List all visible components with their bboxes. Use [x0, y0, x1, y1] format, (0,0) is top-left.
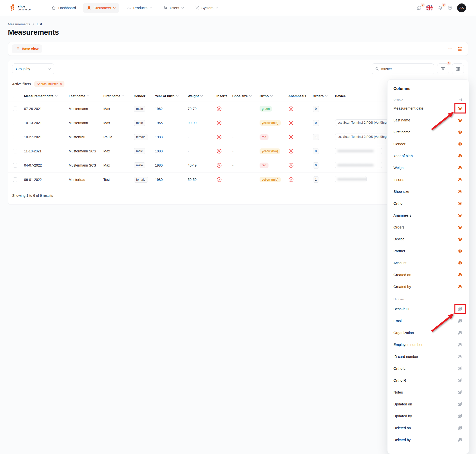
column-toggle-gender[interactable]: Gender: [393, 138, 463, 150]
sort-chevron-icon[interactable]: [122, 95, 124, 97]
row-checkbox[interactable]: [13, 149, 17, 153]
column-toggle-last-name[interactable]: Last name: [393, 114, 463, 126]
column-toggle-bestfit-id[interactable]: BestFit ID: [393, 303, 463, 315]
eye-toggle[interactable]: [457, 354, 463, 360]
annotation-highlight-box[interactable]: [457, 306, 463, 312]
column-header-ortho[interactable]: Ortho: [258, 94, 286, 98]
brand-logo[interactable]: shoe commerce: [10, 4, 30, 11]
eye-toggle[interactable]: [457, 248, 463, 254]
column-header-anamnesis[interactable]: Anamnesis: [286, 94, 311, 98]
column-toggle-device[interactable]: Device: [393, 233, 463, 245]
column-header-weight[interactable]: Weight: [186, 94, 214, 98]
column-toggle-deleted-on[interactable]: Deleted on: [393, 422, 463, 434]
eye-toggle[interactable]: [457, 189, 463, 195]
column-header-inserts[interactable]: Inserts: [214, 94, 230, 98]
eye-toggle[interactable]: [457, 437, 463, 443]
eye-toggle[interactable]: [457, 425, 463, 431]
eye-toggle[interactable]: [457, 177, 463, 183]
help-button[interactable]: [447, 5, 452, 10]
sort-chevron-icon[interactable]: [55, 95, 58, 97]
sync-button[interactable]: 0: [417, 5, 422, 10]
eye-toggle[interactable]: [457, 389, 463, 395]
column-toggle-employee-number[interactable]: Employee number: [393, 339, 463, 351]
sort-chevron-icon[interactable]: [270, 95, 273, 97]
column-toggle-ortho[interactable]: Ortho: [393, 198, 463, 209]
nav-item-products[interactable]: Products: [123, 3, 156, 13]
eye-toggle[interactable]: [457, 377, 463, 383]
add-view-button[interactable]: [447, 46, 452, 51]
sort-chevron-icon[interactable]: [200, 95, 203, 97]
group-by-select[interactable]: Group by: [12, 63, 54, 74]
column-toggle-ortho-r[interactable]: Ortho R: [393, 374, 463, 386]
column-toggle-inserts[interactable]: Inserts: [393, 174, 463, 186]
breadcrumb-item-measurements[interactable]: Measurements: [8, 22, 30, 26]
annotation-highlight-box[interactable]: [457, 105, 463, 111]
nav-item-customers[interactable]: Customers: [83, 3, 119, 13]
row-checkbox[interactable]: [13, 135, 17, 139]
column-header-shoe-size[interactable]: Shoe size: [230, 94, 258, 98]
filter-button[interactable]: 0: [437, 63, 449, 74]
column-toggle-measurement-date[interactable]: Measurement date: [393, 102, 463, 114]
eye-toggle[interactable]: [457, 318, 463, 324]
eye-toggle[interactable]: [457, 153, 463, 159]
sort-updown-icon[interactable]: [459, 98, 463, 102]
remove-filter-icon[interactable]: ✕: [60, 83, 62, 85]
sort-chevron-icon[interactable]: [87, 95, 89, 97]
row-checkbox[interactable]: [13, 177, 17, 182]
column-header-measurement-date[interactable]: Measurement date: [22, 94, 67, 98]
eye-toggle[interactable]: [457, 117, 463, 123]
column-toggle-organization[interactable]: Organization: [393, 327, 463, 339]
language-flag-uk-icon[interactable]: [426, 5, 433, 10]
eye-toggle[interactable]: [457, 284, 463, 290]
column-toggle-deleted-by[interactable]: Deleted by: [393, 434, 463, 446]
column-header-last-name[interactable]: Last name: [67, 94, 101, 98]
column-toggle-email[interactable]: Email: [393, 315, 463, 327]
column-toggle-created-by[interactable]: Created by: [393, 281, 463, 293]
eye-toggle[interactable]: [457, 330, 463, 336]
eye-toggle[interactable]: [457, 224, 463, 230]
column-toggle-created-on[interactable]: Created on: [393, 269, 463, 281]
column-toggle-id-card-number[interactable]: ID card number: [393, 351, 463, 363]
eye-toggle[interactable]: [457, 413, 463, 419]
eye-toggle[interactable]: [457, 200, 463, 206]
row-checkbox[interactable]: [13, 121, 17, 125]
eye-toggle[interactable]: [457, 236, 463, 242]
column-header-first-name[interactable]: First name: [101, 94, 132, 98]
nav-item-dashboard[interactable]: Dashboard: [48, 3, 80, 13]
column-toggle-weight[interactable]: Weight: [393, 162, 463, 174]
nav-item-users[interactable]: Users: [159, 3, 188, 13]
filter-chip-search-muster[interactable]: Search: muster ✕: [34, 81, 64, 87]
column-toggle-shoe-size[interactable]: Shoe size: [393, 186, 463, 198]
sort-chevron-icon[interactable]: [249, 95, 252, 97]
eye-toggle[interactable]: [457, 366, 463, 371]
eye-toggle[interactable]: [457, 165, 463, 171]
column-toggle-orders[interactable]: Orders: [393, 221, 463, 233]
column-toggle-anamnesis[interactable]: Anamnesis: [393, 209, 463, 221]
search-box[interactable]: [372, 63, 434, 74]
eye-toggle[interactable]: [457, 141, 463, 147]
row-checkbox[interactable]: [13, 107, 17, 111]
column-header-gender[interactable]: Gender: [132, 94, 153, 98]
column-header-year-of-birth[interactable]: Year of birth: [153, 94, 186, 98]
sort-chevron-icon[interactable]: [325, 95, 327, 97]
eye-toggle[interactable]: [457, 212, 463, 218]
search-input[interactable]: [381, 67, 431, 71]
base-view-button[interactable]: Base view: [12, 44, 42, 53]
user-avatar[interactable]: AK: [457, 3, 466, 12]
eye-toggle[interactable]: [457, 342, 463, 348]
column-toggle-notes[interactable]: Notes: [393, 386, 463, 398]
sort-chevron-icon[interactable]: [176, 95, 178, 97]
select-all-checkbox[interactable]: [13, 94, 17, 98]
column-toggle-first-name[interactable]: First name: [393, 126, 463, 138]
column-toggle-updated-by[interactable]: Updated by: [393, 410, 463, 422]
notifications-button[interactable]: 0: [438, 5, 443, 10]
eye-toggle[interactable]: [457, 401, 463, 407]
row-checkbox[interactable]: [13, 163, 17, 168]
breadcrumb-item-list[interactable]: List: [37, 22, 42, 26]
column-toggle-updated-on[interactable]: Updated on: [393, 398, 463, 410]
views-stack-button[interactable]: [457, 46, 462, 51]
eye-toggle[interactable]: [457, 129, 463, 135]
column-toggle-year-of-birth[interactable]: Year of birth: [393, 150, 463, 162]
eye-toggle[interactable]: [457, 272, 463, 278]
column-toggle-ortho-l[interactable]: Ortho L: [393, 363, 463, 374]
